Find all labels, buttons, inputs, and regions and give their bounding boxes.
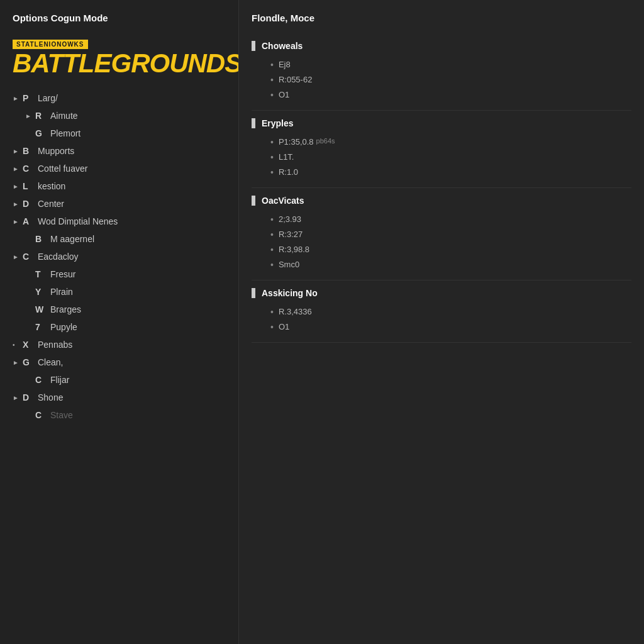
section-items-0: Ej8R:055-62O1 <box>252 57 631 103</box>
menu-label-5: kestion <box>38 181 65 191</box>
menu-item-5[interactable]: ►Lkestion <box>0 177 238 195</box>
section-icon-2 <box>252 196 255 206</box>
menu-label-7: Wod Dimptial Nenes <box>38 216 118 226</box>
menu-label-2: Plemort <box>50 128 80 138</box>
item-text-1-0: P1:35,0.8 <box>279 137 314 147</box>
item-text-0-2: O1 <box>279 90 289 99</box>
section-icon-1 <box>252 118 255 128</box>
menu-label-9: Eacdacloy <box>38 252 79 262</box>
menu-label-8: M aagernel <box>50 234 94 244</box>
left-panel-header: Options Cogun Mode <box>0 13 238 33</box>
section-icon-3 <box>252 288 255 298</box>
menu-item-16[interactable]: CFlijar <box>0 371 238 389</box>
section-icon-0 <box>252 41 255 51</box>
menu-label-10: Fresur <box>50 269 75 279</box>
item-text-1-2: R:1.0 <box>279 167 298 177</box>
section-item-2-2: R:3,98.8 <box>270 242 631 257</box>
menu-key-5: L <box>23 181 33 191</box>
menu-arrow-1: ► <box>25 113 33 119</box>
menu-item-6[interactable]: ►DCenter <box>0 195 238 213</box>
logo-main: BATTLEGROUNDS <box>13 50 239 77</box>
menu-label-11: Plrain <box>50 287 73 297</box>
section-block-1: EryplesP1:35,0.8pb64sL1T.R:1.0 <box>252 111 631 188</box>
menu-label-14: Pennabs <box>38 340 72 350</box>
section-item-1-1: L1T. <box>270 150 631 165</box>
menu-item-15[interactable]: ►GClean, <box>0 353 238 371</box>
menu-label-15: Clean, <box>38 357 63 367</box>
menu-key-6: D <box>23 199 33 209</box>
menu-label-3: Mupports <box>38 146 74 156</box>
right-panel-header: Flondle, Moce <box>252 13 631 23</box>
menu-list: ►PLarg/►RAimuteGPlemort►BMupports►CCotte… <box>0 89 238 424</box>
menu-item-11[interactable]: YPlrain <box>0 283 238 301</box>
section-item-3-0: R.3,4336 <box>270 304 631 319</box>
menu-key-8: B <box>35 234 45 244</box>
menu-arrow-3: ► <box>13 148 20 155</box>
menu-key-0: P <box>23 93 33 103</box>
left-panel: Options Cogun Mode STATLENIONOWKS BATTLE… <box>0 0 239 644</box>
section-title-1: Eryples <box>252 118 631 128</box>
menu-item-8[interactable]: BM aagernel <box>0 230 238 248</box>
menu-label-6: Center <box>38 199 64 209</box>
menu-label-12: Brarges <box>50 304 81 314</box>
menu-key-10: T <box>35 269 45 279</box>
menu-item-2[interactable]: GPlemort <box>0 125 238 142</box>
menu-label-1: Aimute <box>50 111 78 121</box>
item-text-0-1: R:055-62 <box>279 75 312 84</box>
section-block-3: Asskicing NoR.3,4336O1 <box>252 280 631 343</box>
menu-item-18[interactable]: CStave <box>0 406 238 424</box>
section-title-text-2: OacVicats <box>262 196 304 206</box>
item-text-2-3: Smc0 <box>279 260 299 269</box>
menu-item-14[interactable]: •XPennabs <box>0 336 238 353</box>
main-container: Options Cogun Mode STATLENIONOWKS BATTLE… <box>0 0 644 644</box>
menu-key-14: X <box>23 340 33 350</box>
menu-item-3[interactable]: ►BMupports <box>0 142 238 160</box>
section-title-3: Asskicing No <box>252 288 631 298</box>
section-item-0-1: R:055-62 <box>270 72 631 87</box>
item-text-3-0: R.3,4336 <box>279 307 312 316</box>
menu-key-1: R <box>35 111 45 121</box>
item-text-2-2: R:3,98.8 <box>279 245 309 254</box>
menu-arrow-0: ► <box>13 95 20 102</box>
menu-label-0: Larg/ <box>38 93 58 103</box>
section-item-2-1: R:3:27 <box>270 227 631 242</box>
section-title-2: OacVicats <box>252 196 631 206</box>
menu-key-12: W <box>35 304 45 314</box>
menu-label-4: Cottel fuaver <box>38 164 87 174</box>
section-title-0: Choweals <box>252 41 631 51</box>
section-block-0: ChowealsEj8R:055-62O1 <box>252 33 631 111</box>
section-item-2-0: 2;3.93 <box>270 212 631 227</box>
sections-list: ChowealsEj8R:055-62O1EryplesP1:35,0.8pb6… <box>252 33 631 343</box>
menu-key-2: G <box>35 128 45 138</box>
menu-item-12[interactable]: WBrarges <box>0 301 238 318</box>
menu-key-11: Y <box>35 287 45 297</box>
menu-item-1[interactable]: ►RAimute <box>0 107 238 125</box>
menu-label-17: Shone <box>38 392 63 402</box>
section-title-text-0: Choweals <box>262 41 303 51</box>
menu-key-16: C <box>35 375 45 385</box>
menu-item-7[interactable]: ►AWod Dimptial Nenes <box>0 213 238 230</box>
menu-arrow-14: • <box>13 341 20 348</box>
menu-key-15: G <box>23 357 33 367</box>
section-item-1-2: R:1.0 <box>270 165 631 180</box>
menu-key-13: 7 <box>35 322 45 332</box>
menu-label-13: Pupyle <box>50 322 77 332</box>
logo-container: STATLENIONOWKS BATTLEGROUNDS <box>0 33 238 89</box>
menu-arrow-5: ► <box>13 183 20 190</box>
menu-item-17[interactable]: ►DShone <box>0 389 238 406</box>
section-block-2: OacVicats2;3.93R:3:27R:3,98.8Smc0 <box>252 188 631 280</box>
menu-arrow-4: ► <box>13 165 20 172</box>
menu-item-9[interactable]: ►CEacdacloy <box>0 248 238 265</box>
menu-item-0[interactable]: ►PLarg/ <box>0 89 238 107</box>
section-items-1: P1:35,0.8pb64sL1T.R:1.0 <box>252 135 631 180</box>
menu-arrow-9: ► <box>13 253 20 260</box>
section-items-2: 2;3.93R:3:27R:3,98.8Smc0 <box>252 212 631 272</box>
menu-item-13[interactable]: 7Pupyle <box>0 318 238 336</box>
menu-item-10[interactable]: TFresur <box>0 265 238 283</box>
right-panel: Flondle, Moce ChowealsEj8R:055-62O1Erypl… <box>239 0 644 644</box>
menu-arrow-17: ► <box>13 394 20 401</box>
item-text-3-1: O1 <box>279 322 289 331</box>
section-title-text-1: Eryples <box>262 118 294 128</box>
menu-key-7: A <box>23 216 33 226</box>
menu-item-4[interactable]: ►CCottel fuaver <box>0 160 238 177</box>
